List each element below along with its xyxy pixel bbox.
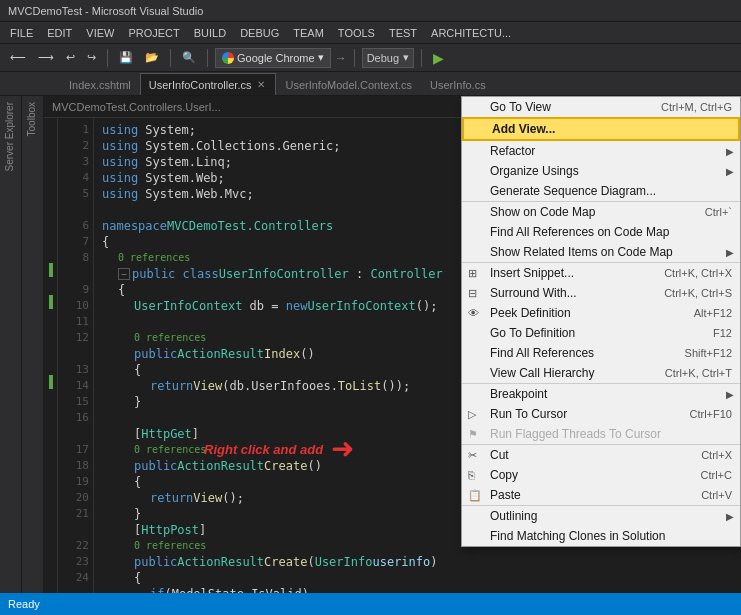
ctx-go-to-definition[interactable]: Go To Definition F12 bbox=[462, 323, 740, 343]
ctx-find-refs-code-map[interactable]: Find All References on Code Map bbox=[462, 222, 740, 242]
toolbar-back[interactable]: ⟵ bbox=[6, 49, 30, 66]
ctx-label: View Call Hierarchy bbox=[490, 366, 594, 380]
tab-close-btn[interactable]: ✕ bbox=[255, 78, 267, 91]
toolbar-arrow: → bbox=[335, 51, 347, 65]
ctx-copy[interactable]: ⎘ Copy Ctrl+C bbox=[462, 465, 740, 485]
title-text: MVCDemoTest - Microsoft Visual Studio bbox=[8, 5, 203, 17]
gutter-line bbox=[44, 390, 57, 406]
gutter-line bbox=[44, 118, 57, 134]
ctx-go-to-view[interactable]: Go To View Ctrl+M, Ctrl+G bbox=[462, 97, 740, 117]
ctx-run-to-cursor[interactable]: ▷ Run To Cursor Ctrl+F10 bbox=[462, 404, 740, 424]
menu-test[interactable]: TEST bbox=[383, 25, 423, 41]
ctx-breakpoint[interactable]: Breakpoint ▶ bbox=[462, 383, 740, 404]
status-bar: Ready bbox=[0, 593, 741, 615]
toolbox-panel: Toolbox bbox=[22, 96, 44, 593]
toolbar-undo[interactable]: ↩ bbox=[62, 49, 79, 66]
annotation: Right click and add ➜ bbox=[204, 435, 354, 463]
ctx-shortcut: Ctrl+K, Ctrl+X bbox=[664, 267, 732, 279]
title-bar: MVCDemoTest - Microsoft Visual Studio bbox=[0, 0, 741, 22]
ctx-refactor[interactable]: Refactor ▶ bbox=[462, 141, 740, 161]
tab-index-cshtml[interactable]: Index.cshtml bbox=[60, 73, 140, 95]
paste-icon: 📋 bbox=[468, 489, 482, 502]
toolbar-forward[interactable]: ⟶ bbox=[34, 49, 58, 66]
gutter-line bbox=[44, 278, 57, 294]
ctx-show-code-map[interactable]: Show on Code Map Ctrl+` bbox=[462, 201, 740, 222]
tab-bar: Index.cshtml UserInfoController.cs ✕ Use… bbox=[0, 72, 741, 96]
gutter-line bbox=[44, 358, 57, 374]
ctx-insert-snippet[interactable]: ⊞ Insert Snippet... Ctrl+K, Ctrl+X bbox=[462, 262, 740, 283]
start-button[interactable]: ▶ bbox=[429, 48, 448, 68]
ctx-label: Generate Sequence Diagram... bbox=[490, 184, 656, 198]
ctx-label: Add View... bbox=[492, 122, 555, 136]
ctx-label: Find Matching Clones in Solution bbox=[490, 529, 665, 543]
copy-icon: ⎘ bbox=[468, 469, 475, 481]
ctx-organize-usings[interactable]: Organize Usings ▶ bbox=[462, 161, 740, 181]
menu-view[interactable]: VIEW bbox=[80, 25, 120, 41]
google-chrome-dropdown[interactable]: Google Chrome ▾ bbox=[215, 48, 331, 68]
menu-debug[interactable]: DEBUG bbox=[234, 25, 285, 41]
flagged-run-icon: ⚑ bbox=[468, 428, 478, 441]
menu-architecture[interactable]: ARCHITECTU... bbox=[425, 25, 517, 41]
toolbar-separator-2 bbox=[170, 49, 171, 67]
gutter-line bbox=[44, 310, 57, 326]
ctx-label: Copy bbox=[490, 468, 518, 482]
toolbar-open[interactable]: 📂 bbox=[141, 49, 163, 66]
gutter-line bbox=[44, 230, 57, 246]
debug-label: Debug bbox=[367, 52, 399, 64]
gutter-line bbox=[44, 342, 57, 358]
ctx-cut[interactable]: ✂ Cut Ctrl+X bbox=[462, 444, 740, 465]
menu-edit[interactable]: EDIT bbox=[41, 25, 78, 41]
ctx-label: Show on Code Map bbox=[490, 205, 595, 219]
toolbar-find[interactable]: 🔍 bbox=[178, 49, 200, 66]
ctx-show-related-code-map[interactable]: Show Related Items on Code Map ▶ bbox=[462, 242, 740, 262]
breadcrumb-text: MVCDemoTest.Controllers.UserI... bbox=[52, 101, 221, 113]
ctx-generate-sequence-diagram[interactable]: Generate Sequence Diagram... bbox=[462, 181, 740, 201]
ctx-find-all-references[interactable]: Find All References Shift+F12 bbox=[462, 343, 740, 363]
toolbar-save[interactable]: 💾 bbox=[115, 49, 137, 66]
ctx-paste[interactable]: 📋 Paste Ctrl+V bbox=[462, 485, 740, 505]
ctx-label: Surround With... bbox=[490, 286, 577, 300]
ctx-surround-with[interactable]: ⊟ Surround With... Ctrl+K, Ctrl+S bbox=[462, 283, 740, 303]
ctx-shortcut: Ctrl+X bbox=[701, 449, 732, 461]
submenu-arrow-icon: ▶ bbox=[726, 389, 734, 400]
submenu-arrow-icon: ▶ bbox=[726, 146, 734, 157]
menu-project[interactable]: PROJECT bbox=[122, 25, 185, 41]
tab-userinfo[interactable]: UserInfo.cs bbox=[421, 73, 495, 95]
menu-team[interactable]: TEAM bbox=[287, 25, 330, 41]
ctx-outlining[interactable]: Outlining ▶ bbox=[462, 505, 740, 526]
toolbar-redo[interactable]: ↪ bbox=[83, 49, 100, 66]
peek-icon: 👁 bbox=[468, 307, 479, 319]
ctx-label: Breakpoint bbox=[490, 387, 547, 401]
toolbar-separator-4 bbox=[354, 49, 355, 67]
ctx-shortcut: Ctrl+K, Ctrl+S bbox=[664, 287, 732, 299]
debug-dropdown[interactable]: Debug ▾ bbox=[362, 48, 414, 68]
toolbar: ⟵ ⟶ ↩ ↪ 💾 📂 🔍 Google Chrome ▾ → Debug ▾ … bbox=[0, 44, 741, 72]
toolbox-label[interactable]: Toolbox bbox=[22, 96, 43, 142]
ctx-label: Peek Definition bbox=[490, 306, 571, 320]
annotation-text: Right click and add bbox=[204, 442, 323, 457]
tab-userinfo-controller[interactable]: UserInfoController.cs ✕ bbox=[140, 73, 277, 95]
server-explorer-label[interactable]: Server Explorer bbox=[0, 96, 21, 177]
annotation-arrow: ➜ bbox=[331, 435, 354, 463]
ctx-shortcut: Ctrl+` bbox=[705, 206, 732, 218]
gutter-line bbox=[44, 246, 57, 262]
menu-build[interactable]: BUILD bbox=[188, 25, 232, 41]
toolbar-separator-3 bbox=[207, 49, 208, 67]
tab-label: Index.cshtml bbox=[69, 79, 131, 91]
tab-userinfo-model-context[interactable]: UserInfoModel.Context.cs bbox=[276, 73, 421, 95]
gutter-line bbox=[44, 150, 57, 166]
menu-tools[interactable]: TOOLS bbox=[332, 25, 381, 41]
ctx-find-matching-clones[interactable]: Find Matching Clones in Solution bbox=[462, 526, 740, 546]
status-text: Ready bbox=[8, 598, 40, 610]
ctx-view-call-hierarchy[interactable]: View Call Hierarchy Ctrl+K, Ctrl+T bbox=[462, 363, 740, 383]
ctx-label: Insert Snippet... bbox=[490, 266, 574, 280]
ctx-label: Find All References bbox=[490, 346, 594, 360]
ctx-shortcut: F12 bbox=[713, 327, 732, 339]
tab-label: UserInfoController.cs bbox=[149, 79, 252, 91]
menu-file[interactable]: FILE bbox=[4, 25, 39, 41]
chrome-arrow: ▾ bbox=[318, 51, 324, 64]
editor-area[interactable]: MVCDemoTest.Controllers.UserI... bbox=[44, 96, 741, 593]
gutter-line bbox=[44, 198, 57, 214]
ctx-peek-definition[interactable]: 👁 Peek Definition Alt+F12 bbox=[462, 303, 740, 323]
ctx-add-view[interactable]: Add View... bbox=[462, 117, 740, 141]
